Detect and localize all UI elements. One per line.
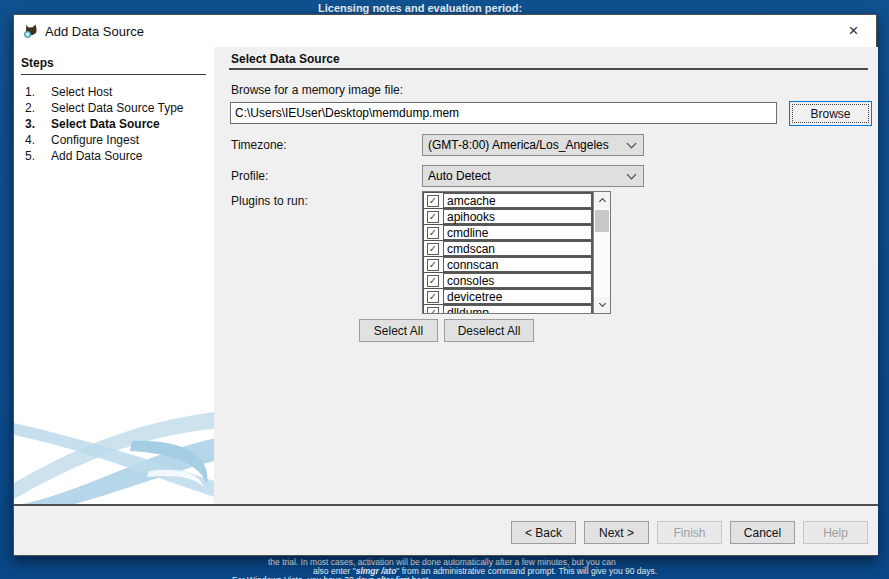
- dialog-title: Add Data Source: [45, 24, 144, 39]
- back-button[interactable]: < Back: [511, 521, 576, 544]
- plugins-label: Plugins to run:: [231, 194, 308, 208]
- checkbox-checked-icon[interactable]: ✓: [427, 243, 439, 255]
- browse-file-label: Browse for a memory image file:: [231, 83, 403, 97]
- autopsy-dog-icon: [23, 23, 39, 39]
- steps-heading: Steps: [21, 56, 206, 75]
- add-data-source-dialog: Add Data Source × Steps 1. Select Host 2…: [13, 14, 877, 556]
- plugin-row-consoles[interactable]: ✓ consoles: [423, 272, 593, 289]
- scrollbar-thumb[interactable]: [595, 210, 609, 232]
- help-button: Help: [803, 521, 868, 544]
- cancel-button[interactable]: Cancel: [730, 521, 795, 544]
- plugin-row-apihooks[interactable]: ✓ apihooks: [423, 208, 593, 225]
- profile-select[interactable]: Auto Detect: [422, 165, 644, 187]
- plugin-row-cmdline[interactable]: ✓ cmdline: [423, 224, 593, 241]
- checkbox-checked-icon[interactable]: ✓: [427, 259, 439, 271]
- plugin-row-amcache[interactable]: ✓ amcache: [423, 192, 593, 209]
- checkbox-checked-icon[interactable]: ✓: [427, 211, 439, 223]
- heading-rule: [229, 68, 868, 70]
- plugin-row-cmdscan[interactable]: ✓ cmdscan: [423, 240, 593, 257]
- step-item-select-data-source-type: 2. Select Data Source Type: [14, 100, 214, 116]
- checkbox-checked-icon[interactable]: ✓: [427, 227, 439, 239]
- checkbox-checked-icon[interactable]: ✓: [427, 195, 439, 207]
- scroll-down-icon[interactable]: [594, 297, 610, 313]
- wizard-body: Steps 1. Select Host 2. Select Data Sour…: [14, 47, 878, 506]
- plugins-rows: ✓ amcache ✓ apihooks ✓ cmdline ✓: [423, 192, 593, 313]
- plugins-scrollbar[interactable]: [593, 192, 610, 313]
- timezone-select[interactable]: (GMT-8:00) America/Los_Angeles: [422, 134, 644, 156]
- step-item-select-data-source-current: 3. Select Data Source: [14, 116, 214, 132]
- desktop-background: Licensing notes and evaluation period: T…: [0, 0, 889, 579]
- next-button[interactable]: Next >: [584, 521, 649, 544]
- chevron-down-icon: [628, 143, 635, 147]
- steps-panel: Steps 1. Select Host 2. Select Data Sour…: [14, 47, 214, 506]
- desktop-license-line3: For Windows Vista, you have 30 days afte…: [232, 575, 431, 579]
- step-item-select-host: 1. Select Host: [14, 84, 214, 100]
- timezone-label: Timezone:: [231, 138, 287, 152]
- panel-heading: Select Data Source: [231, 52, 340, 66]
- browse-button[interactable]: Browse: [789, 101, 872, 126]
- chevron-down-icon: [628, 174, 635, 178]
- checkbox-checked-icon[interactable]: ✓: [427, 291, 439, 303]
- checkbox-checked-icon[interactable]: ✓: [427, 307, 439, 314]
- step-item-add-data-source: 5. Add Data Source: [14, 148, 214, 164]
- plugin-row-connscan[interactable]: ✓ connscan: [423, 256, 593, 273]
- scroll-up-icon[interactable]: [594, 192, 610, 208]
- dialog-titlebar[interactable]: Add Data Source ×: [14, 15, 876, 47]
- select-all-button[interactable]: Select All: [359, 319, 438, 342]
- swoosh-watermark: [14, 401, 214, 506]
- memory-image-path-input[interactable]: [230, 102, 777, 124]
- plugins-list: ✓ amcache ✓ apihooks ✓ cmdline ✓: [422, 191, 611, 314]
- step-item-configure-ingest: 4. Configure Ingest: [14, 132, 214, 148]
- deselect-all-button[interactable]: Deselect All: [444, 319, 534, 342]
- wizard-footer: < Back Next > Finish Cancel Help: [14, 504, 878, 555]
- close-icon[interactable]: ×: [831, 15, 876, 47]
- steps-list: 1. Select Host 2. Select Data Source Typ…: [14, 84, 214, 164]
- plugin-row-dlldump[interactable]: ✓ dlldump: [423, 304, 593, 313]
- finish-button: Finish: [657, 521, 722, 544]
- plugin-row-devicetree[interactable]: ✓ devicetree: [423, 288, 593, 305]
- select-data-source-panel: Select Data Source Browse for a memory i…: [214, 47, 878, 506]
- profile-label: Profile:: [231, 169, 268, 183]
- checkbox-checked-icon[interactable]: ✓: [427, 275, 439, 287]
